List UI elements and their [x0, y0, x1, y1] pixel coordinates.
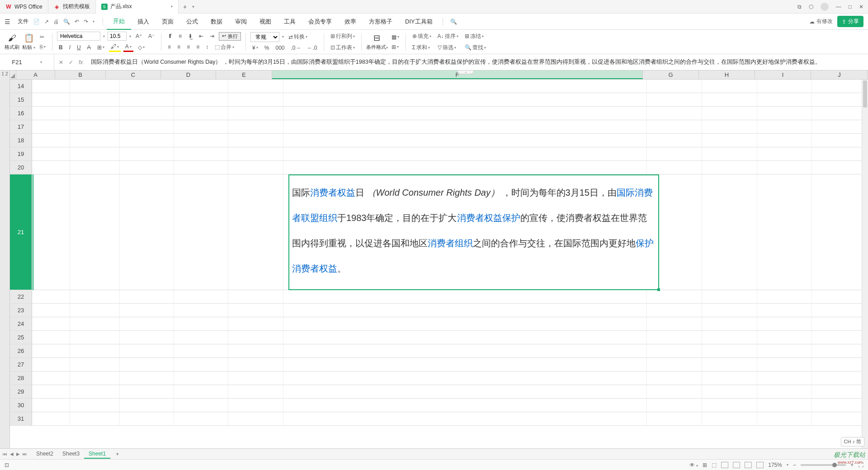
cell-J26[interactable] — [812, 344, 868, 357]
page-view-icon[interactable] — [733, 462, 740, 468]
select-all-corner[interactable] — [10, 70, 16, 79]
cell-G17[interactable] — [647, 120, 702, 133]
increase-decimal-button[interactable]: .0→ — [289, 44, 303, 52]
strikethrough-button[interactable]: A — [85, 43, 93, 52]
cell-G20[interactable] — [647, 161, 702, 174]
cell-H29[interactable] — [702, 385, 757, 398]
format-brush-group[interactable]: 🖌 格式刷 — [5, 33, 19, 51]
sheet-tab-Sheet3[interactable]: Sheet3 — [58, 450, 84, 459]
cell-E24[interactable] — [228, 317, 283, 330]
row-header-19[interactable]: 19 — [10, 147, 32, 160]
cell-H21[interactable] — [702, 174, 757, 290]
col-header-B[interactable]: B — [55, 70, 106, 79]
window-restore-icon[interactable]: ⧉ — [797, 4, 802, 10]
size-dropdown-icon[interactable]: ▾ — [129, 34, 131, 38]
cell-B18[interactable] — [70, 134, 120, 147]
zoom-value[interactable]: 175% — [768, 462, 782, 468]
percent-button[interactable]: % — [263, 44, 271, 52]
italic-button[interactable]: I — [67, 43, 72, 52]
cell-D18[interactable] — [174, 134, 228, 147]
cell-I14[interactable] — [757, 80, 812, 93]
cell-I22[interactable] — [757, 290, 812, 303]
menu-item-0[interactable]: 开始 — [107, 14, 131, 30]
cell-D30[interactable] — [174, 399, 228, 412]
cell-C28[interactable] — [120, 371, 174, 385]
cell-C23[interactable] — [120, 304, 174, 317]
cell-F23[interactable] — [283, 304, 647, 317]
paste-group[interactable]: 📋 粘贴 ▾ — [22, 33, 35, 51]
share-button[interactable]: ⇪分享 — [837, 16, 863, 27]
zoom-out-icon[interactable]: − — [793, 462, 796, 468]
font-size-select[interactable] — [108, 32, 127, 41]
minimize-icon[interactable]: — — [836, 4, 841, 10]
cell-G23[interactable] — [647, 304, 702, 317]
cell-G26[interactable] — [647, 344, 702, 357]
tab-wps-office[interactable]: W WPS Office — [0, 0, 48, 14]
align-bottom-button[interactable]: ⬇̲ — [186, 32, 194, 40]
cell-C17[interactable] — [120, 120, 174, 133]
cell-C22[interactable] — [120, 290, 174, 303]
prev-sheet-icon[interactable]: ◀ — [10, 451, 14, 456]
cell-D15[interactable] — [174, 93, 228, 106]
row-header-16[interactable]: 16 — [10, 107, 32, 120]
menu-item-11[interactable]: DIY工具箱 — [399, 14, 439, 30]
cell-C14[interactable] — [120, 80, 174, 93]
cell-H25[interactable] — [702, 331, 757, 344]
cell-F25[interactable] — [283, 331, 647, 344]
cell-F27[interactable] — [283, 358, 647, 371]
next-sheet-icon[interactable]: ▶ — [16, 451, 20, 456]
cell-C26[interactable] — [120, 344, 174, 357]
cell-B27[interactable] — [70, 358, 120, 371]
cell-J14[interactable] — [812, 80, 868, 93]
bold-button[interactable]: B — [57, 43, 65, 52]
col-header-J[interactable]: J — [811, 70, 868, 79]
reading-view-icon[interactable] — [756, 462, 764, 468]
cell-D20[interactable] — [174, 161, 228, 174]
cell-J27[interactable] — [812, 358, 868, 371]
cell-B14[interactable] — [70, 80, 120, 93]
cell-B25[interactable] — [70, 331, 120, 344]
cell-C21[interactable] — [120, 174, 174, 290]
cell-F20[interactable] — [283, 161, 647, 174]
cell-B28[interactable] — [70, 371, 120, 385]
cell-F18[interactable] — [283, 134, 647, 147]
row-header-26[interactable]: 26 — [10, 344, 32, 357]
col-header-G[interactable]: G — [643, 70, 699, 79]
cell-F31[interactable] — [283, 412, 647, 425]
cell-J23[interactable] — [812, 304, 868, 317]
cell-H22[interactable] — [702, 290, 757, 303]
menu-item-2[interactable]: 页面 — [156, 14, 180, 30]
cell-B22[interactable] — [70, 290, 120, 303]
confirm-icon[interactable]: ✓ — [69, 59, 73, 66]
cell-A14[interactable] — [32, 80, 70, 93]
cell-E29[interactable] — [228, 385, 283, 398]
maximize-icon[interactable]: □ — [849, 4, 852, 10]
cell-reference-box[interactable]: F21 ▾ — [0, 54, 54, 70]
cell-H18[interactable] — [702, 134, 757, 147]
cell-G18[interactable] — [647, 134, 702, 147]
cell-E17[interactable] — [228, 120, 283, 133]
cell-B23[interactable] — [70, 304, 120, 317]
cell-E23[interactable] — [228, 304, 283, 317]
cell-D14[interactable] — [174, 80, 228, 93]
row-header-21[interactable]: 21 — [10, 174, 32, 290]
first-sheet-icon[interactable]: ⏮ — [3, 451, 7, 456]
cell-H14[interactable] — [702, 80, 757, 93]
border-button[interactable]: ⊞▾ — [95, 43, 106, 52]
cell-B15[interactable] — [70, 93, 120, 106]
clear-format-button[interactable]: ◇▾ — [136, 43, 146, 52]
comma-button[interactable]: 000 — [274, 44, 286, 52]
cell-C27[interactable] — [120, 358, 174, 371]
menu-item-8[interactable]: 会员专享 — [302, 14, 338, 30]
row-header-22[interactable]: 22 — [10, 290, 32, 303]
cell-A22[interactable] — [32, 290, 70, 303]
undo-icon[interactable]: ↶ — [75, 19, 79, 25]
cell-C30[interactable] — [120, 399, 174, 412]
cell-J15[interactable] — [812, 93, 868, 106]
cell-H31[interactable] — [702, 412, 757, 425]
filter-button[interactable]: ▽ 筛选▾ — [436, 43, 460, 52]
cell-H19[interactable] — [702, 147, 757, 160]
cell-A27[interactable] — [32, 358, 70, 371]
cell-A19[interactable] — [32, 147, 70, 160]
redo-icon[interactable]: ↷ — [84, 19, 88, 25]
